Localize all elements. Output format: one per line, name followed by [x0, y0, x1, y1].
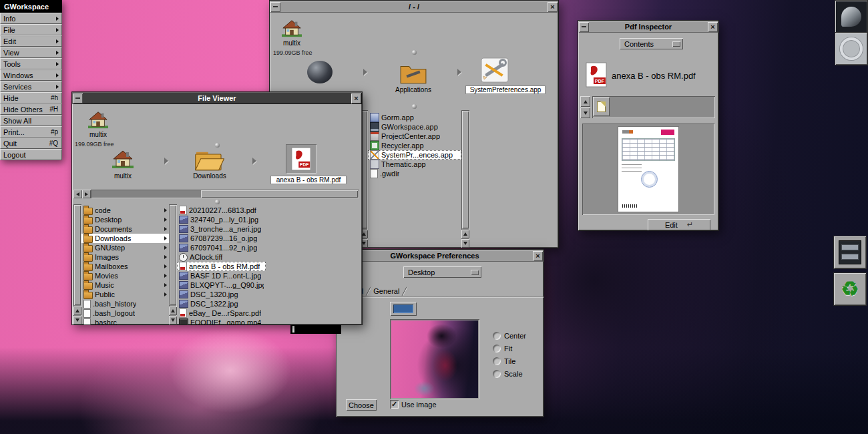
folder-row[interactable]: Documents — [81, 224, 169, 234]
shelf-item-label-selected[interactable]: anexa B - obs RM.pdf — [271, 176, 346, 184]
radio-option[interactable]: Scale — [493, 367, 526, 380]
shelf-hidden-tab[interactable] — [290, 324, 341, 334]
menu-item[interactable]: Services — [0, 81, 62, 92]
app-row[interactable]: Thematic.app — [368, 160, 461, 169]
menu-item[interactable]: Print... #p — [0, 126, 62, 138]
close-button[interactable]: × — [548, 2, 558, 12]
scroll-up-button[interactable] — [73, 306, 81, 315]
divider-dimple[interactable] — [215, 143, 220, 148]
choose-button[interactable]: Choose — [346, 399, 377, 411]
app-row[interactable]: Recycler.app — [368, 141, 461, 150]
file-row[interactable]: DSC_1320.jpg — [177, 290, 266, 299]
divider-dimple[interactable] — [215, 200, 220, 204]
shelf-scrollbar[interactable] — [73, 190, 359, 198]
dock-tile-recycler[interactable]: ♻ — [834, 273, 866, 305]
radio-option[interactable]: Fit — [493, 342, 526, 355]
contents-dropdown[interactable]: Contents — [620, 38, 683, 49]
menu-item[interactable]: Tools — [0, 58, 62, 69]
page-up-button[interactable] — [580, 96, 590, 107]
menu-item[interactable]: View — [0, 47, 62, 58]
home-volume-icon[interactable] — [87, 110, 110, 130]
dock-tile-top-1[interactable] — [835, 1, 867, 33]
column-scrollbar[interactable] — [169, 204, 177, 324]
miniaturize-button[interactable] — [270, 2, 280, 12]
menu-item[interactable]: File — [0, 24, 62, 35]
root-window-titlebar[interactable]: / - / × — [270, 1, 558, 13]
scroll-down-button[interactable] — [73, 316, 81, 324]
scrollbar-thumb[interactable] — [201, 190, 358, 198]
file-row[interactable]: 67097041...92_n.jpg — [177, 243, 266, 252]
shelf-item-label[interactable]: Applications — [381, 86, 446, 93]
file-row[interactable]: anexa B - obs RM.pdf — [177, 262, 266, 271]
app-row[interactable]: ProjectCenter.app — [368, 132, 461, 141]
menu-item[interactable]: Windows — [0, 69, 62, 81]
app-row[interactable]: Gorm.app — [368, 113, 461, 122]
shelf-home-icon[interactable] — [111, 148, 135, 170]
folder-row[interactable]: GNUstep — [81, 243, 169, 252]
folder-row[interactable]: .bash_history — [81, 299, 169, 308]
tab-general[interactable]: General — [369, 286, 405, 296]
file-row[interactable]: DSC_1322.jpg — [177, 299, 266, 308]
folder-row[interactable]: Desktop — [81, 215, 169, 224]
shelf-item-label-selected[interactable]: SystemPreferences.app — [466, 86, 545, 93]
use-image-checkbox[interactable]: ✓ — [390, 400, 399, 409]
wallpaper-preview-image[interactable] — [391, 320, 478, 398]
close-button[interactable]: × — [708, 22, 718, 32]
menu-item[interactable]: Hide #h — [0, 92, 62, 103]
radio-option[interactable]: Tile — [493, 355, 526, 367]
scrollbar-thumb[interactable] — [462, 111, 469, 228]
folder-row[interactable]: Public — [81, 290, 169, 299]
menu-title[interactable]: GWorkspace — [0, 0, 62, 13]
miniaturize-button[interactable] — [73, 93, 83, 103]
file-row[interactable]: 3_tronche...a_neri.jpg — [177, 224, 266, 234]
file-row[interactable]: BLXQPYT-...g_Q90.jpg — [177, 280, 266, 290]
folder-row[interactable]: code — [81, 206, 169, 215]
page-selector-track[interactable] — [592, 96, 715, 118]
scroll-left-button[interactable] — [73, 190, 82, 198]
radio-circle-icon[interactable] — [493, 345, 501, 353]
scrollbar-channel[interactable] — [91, 190, 359, 198]
folder-row[interactable]: Movies — [81, 271, 169, 280]
menu-item[interactable]: Quit #Q — [0, 138, 62, 149]
scrollbar-thumb[interactable] — [74, 205, 81, 305]
menu-item[interactable]: Logout — [0, 149, 62, 160]
scroll-right-button[interactable] — [82, 190, 91, 198]
shelf-item-label[interactable]: multix — [99, 172, 147, 180]
close-button[interactable]: × — [533, 251, 543, 261]
scrollbar-thumb[interactable] — [170, 205, 176, 305]
radio-circle-icon[interactable] — [493, 332, 501, 340]
applications-folder-icon[interactable] — [399, 62, 427, 85]
file-row[interactable]: eBay_ De...rSparc.pdf — [177, 308, 266, 318]
folder-row[interactable]: Images — [81, 252, 169, 262]
folder-row[interactable]: Mailboxes — [81, 262, 169, 271]
preferences-window[interactable]: GWorkspace Preferences × Desktop groundG… — [336, 249, 544, 417]
menu-item[interactable]: Show All — [0, 115, 62, 126]
dock-tile-gworkspace[interactable] — [834, 236, 866, 268]
file-viewer-window[interactable]: File Viewer × multix 199.09GB free — [71, 91, 363, 325]
radio-option[interactable]: Center — [493, 329, 526, 342]
shelf-item-label[interactable]: Downloads — [184, 172, 235, 180]
app-row[interactable]: .gwdir — [368, 169, 461, 178]
file-row[interactable]: 324740_p...ly_01.jpg — [177, 215, 266, 224]
shelf-selected-tile[interactable]: PDF — [286, 144, 316, 174]
menu-item[interactable]: Edit — [0, 35, 62, 47]
system-preferences-icon[interactable] — [479, 57, 510, 83]
app-row[interactable]: GWorkspace.app — [368, 122, 461, 132]
divider-dimple[interactable] — [412, 50, 417, 55]
close-button[interactable]: × — [351, 93, 361, 103]
scroll-up-button[interactable] — [169, 306, 177, 315]
system-root-icon[interactable] — [307, 61, 333, 83]
menu-item[interactable]: Hide Others #H — [0, 103, 62, 115]
page-selector-thumb[interactable] — [593, 97, 610, 116]
file-row[interactable]: BASF 1D F...ont-L.jpg — [177, 271, 266, 280]
column-scrollbar[interactable] — [461, 110, 469, 248]
menu-item[interactable]: Info — [0, 13, 62, 24]
dock-tile-top-2[interactable] — [835, 33, 867, 65]
folder-row[interactable]: Downloads — [81, 234, 169, 243]
column-scrollbar[interactable] — [73, 204, 81, 324]
page-down-button[interactable] — [580, 107, 590, 118]
home-volume-icon[interactable] — [280, 18, 303, 38]
edit-button[interactable]: Edit ↵ — [648, 219, 710, 230]
file-row[interactable]: AClock.tiff — [177, 252, 266, 262]
scroll-down-button[interactable] — [461, 239, 469, 248]
